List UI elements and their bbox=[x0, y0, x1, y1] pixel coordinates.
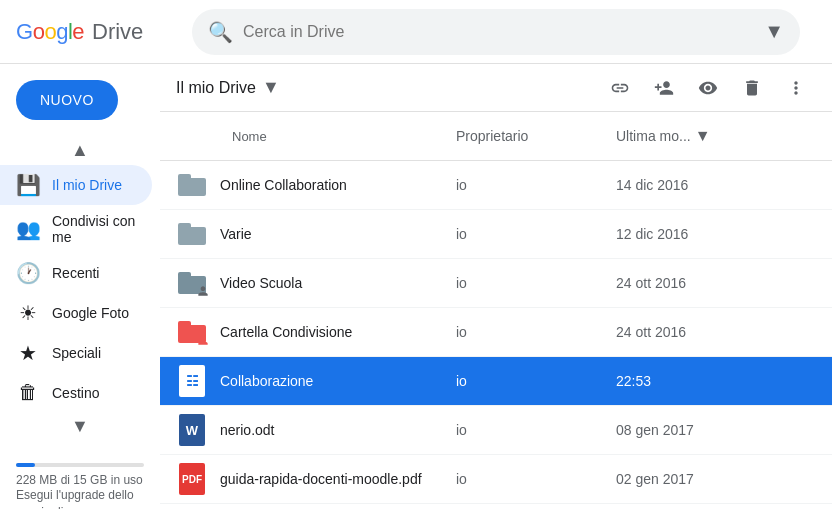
file-name: Video Scuola bbox=[220, 275, 456, 291]
file-modified: 24 ott 2016 bbox=[616, 275, 816, 291]
table-row[interactable]: PDF guida-rapida-docenti-moodle.pdf io 0… bbox=[160, 455, 832, 504]
file-name: Cartella Condivisione bbox=[220, 324, 456, 340]
path-caret-icon[interactable]: ▼ bbox=[262, 77, 280, 98]
sidebar-label-photos: Google Foto bbox=[52, 305, 129, 321]
new-button[interactable]: NUOVO bbox=[16, 80, 118, 120]
file-owner: io bbox=[456, 226, 616, 242]
storage-section: 228 MB di 15 GB in uso Esegui l'upgrade … bbox=[0, 449, 160, 509]
file-icon-folder-shared bbox=[176, 267, 208, 299]
clock-icon: 🕐 bbox=[16, 261, 40, 285]
header-icon-spacer bbox=[176, 120, 220, 152]
file-name: guida-rapida-docenti-moodle.pdf bbox=[220, 471, 456, 487]
table-row[interactable]: Online Collaboration io 14 dic 2016 bbox=[160, 161, 832, 210]
sidebar-item-recent[interactable]: 🕐 Recenti bbox=[0, 253, 152, 293]
column-name-header[interactable]: Nome bbox=[232, 129, 456, 144]
sidebar-label-my-drive: Il mio Drive bbox=[52, 177, 122, 193]
sidebar-label-starred: Speciali bbox=[52, 345, 101, 361]
file-name: Collaborazione bbox=[220, 373, 456, 389]
sidebar-item-starred[interactable]: ★ Speciali bbox=[0, 333, 152, 373]
file-owner: io bbox=[456, 373, 616, 389]
sidebar-item-photos[interactable]: ☀ Google Foto bbox=[0, 293, 152, 333]
search-icon: 🔍 bbox=[208, 20, 233, 44]
file-list-header: Nome Proprietario Ultima mo... ▼ bbox=[160, 112, 832, 161]
file-owner: io bbox=[456, 422, 616, 438]
table-row[interactable]: Varie io 12 dic 2016 bbox=[160, 210, 832, 259]
search-bar[interactable]: 🔍 ▼ bbox=[192, 9, 800, 55]
file-name: nerio.odt bbox=[220, 422, 456, 438]
table-row[interactable]: ☷ Collaborazione io 22:53 bbox=[160, 357, 832, 406]
google-logo: Google bbox=[16, 19, 84, 45]
sidebar-scroll-up[interactable]: ▲ bbox=[0, 136, 160, 165]
storage-bar-fill bbox=[16, 463, 35, 467]
file-owner: io bbox=[456, 275, 616, 291]
file-icon-word: W bbox=[176, 414, 208, 446]
main-layout: NUOVO ▲ 💾 Il mio Drive 👥 Condivisi con m… bbox=[0, 64, 832, 509]
sidebar-item-trash[interactable]: 🗑 Cestino bbox=[0, 373, 152, 412]
sidebar-scroll-down[interactable]: ▼ bbox=[0, 412, 160, 441]
table-row[interactable]: W nerio.odt io 08 gen 2017 bbox=[160, 406, 832, 455]
star-icon: ★ bbox=[16, 341, 40, 365]
file-list: Online Collaboration io 14 dic 2016 Vari… bbox=[160, 161, 832, 509]
add-person-button[interactable] bbox=[644, 68, 684, 108]
more-options-button[interactable] bbox=[776, 68, 816, 108]
file-modified: 08 gen 2017 bbox=[616, 422, 816, 438]
file-modified: 02 gen 2017 bbox=[616, 471, 816, 487]
logo: Google Drive bbox=[16, 19, 176, 45]
column-modified-header[interactable]: Ultima mo... ▼ bbox=[616, 127, 816, 145]
sidebar-item-shared[interactable]: 👥 Condivisi con me bbox=[0, 205, 152, 253]
column-owner-header[interactable]: Proprietario bbox=[456, 128, 616, 144]
photos-icon: ☀ bbox=[16, 301, 40, 325]
people-icon: 👥 bbox=[16, 217, 40, 241]
file-owner: io bbox=[456, 177, 616, 193]
file-name: Varie bbox=[220, 226, 456, 242]
delete-button[interactable] bbox=[732, 68, 772, 108]
topbar: Google Drive 🔍 ▼ bbox=[0, 0, 832, 64]
sidebar-label-shared: Condivisi con me bbox=[52, 213, 136, 245]
sidebar-item-my-drive[interactable]: 💾 Il mio Drive bbox=[0, 165, 152, 205]
file-icon-folder bbox=[176, 218, 208, 250]
drive-logo-text: Drive bbox=[92, 19, 143, 45]
search-input[interactable] bbox=[243, 23, 764, 41]
drive-icon: 💾 bbox=[16, 173, 40, 197]
table-row[interactable]: Cartella Condivisione io 24 ott 2016 bbox=[160, 308, 832, 357]
content-area: Il mio Drive ▼ bbox=[160, 64, 832, 509]
preview-button[interactable] bbox=[688, 68, 728, 108]
storage-bar-bg bbox=[16, 463, 144, 467]
file-icon-folder-red bbox=[176, 316, 208, 348]
file-icon-doc: ☷ bbox=[176, 365, 208, 397]
file-modified: 12 dic 2016 bbox=[616, 226, 816, 242]
file-icon-folder bbox=[176, 169, 208, 201]
storage-text: 228 MB di 15 GB in uso bbox=[16, 473, 143, 487]
search-dropdown-icon[interactable]: ▼ bbox=[764, 20, 784, 43]
link-button[interactable] bbox=[600, 68, 640, 108]
file-owner: io bbox=[456, 324, 616, 340]
table-row[interactable]: Video Scuola io 24 ott 2016 bbox=[160, 259, 832, 308]
file-modified: 22:53 bbox=[616, 373, 816, 389]
file-modified: 14 dic 2016 bbox=[616, 177, 816, 193]
file-icon-pdf: PDF bbox=[176, 463, 208, 495]
upgrade-link[interactable]: Esegui l'upgrade dello spazio di bbox=[16, 487, 144, 509]
file-modified: 24 ott 2016 bbox=[616, 324, 816, 340]
sort-arrow-icon: ▼ bbox=[695, 127, 711, 145]
drive-path: Il mio Drive ▼ bbox=[176, 77, 600, 98]
sidebar-label-recent: Recenti bbox=[52, 265, 99, 281]
file-owner: io bbox=[456, 471, 616, 487]
path-label: Il mio Drive bbox=[176, 79, 256, 97]
trash-icon: 🗑 bbox=[16, 381, 40, 404]
sidebar-label-trash: Cestino bbox=[52, 385, 99, 401]
sidebar: NUOVO ▲ 💾 Il mio Drive 👥 Condivisi con m… bbox=[0, 64, 160, 509]
toolbar-actions bbox=[600, 68, 816, 108]
content-toolbar: Il mio Drive ▼ bbox=[160, 64, 832, 112]
file-name: Online Collaboration bbox=[220, 177, 456, 193]
